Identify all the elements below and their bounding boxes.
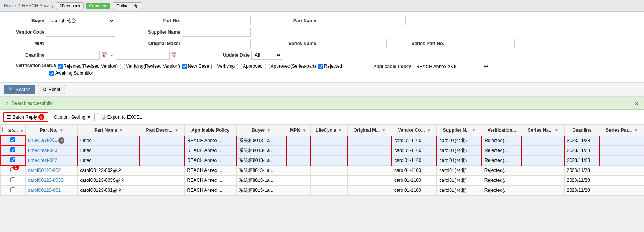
batch-reply-button[interactable]: ☰ Batch Reply 0: [4, 113, 48, 121]
row-lifecycle: [310, 136, 348, 145]
part-no-link[interactable]: umec test-001: [28, 137, 57, 143]
col-original-maker: Original M... ▼: [348, 125, 392, 136]
cb-awaiting[interactable]: [49, 71, 54, 76]
row-checkbox[interactable]: [10, 177, 15, 182]
series-part-no-input[interactable]: [446, 39, 515, 48]
cb-verifying[interactable]: [211, 64, 216, 69]
update-date-select[interactable]: All Today This Week This Month: [251, 51, 282, 60]
buyer-label: Buyer: [6, 18, 44, 23]
custom-setting-button[interactable]: Custom Setting ▼: [51, 113, 95, 121]
cb-rejected-revised[interactable]: [58, 64, 63, 69]
col-original-maker-filter-icon[interactable]: ▼: [382, 128, 386, 132]
col-select-filter-icon[interactable]: ▼: [20, 129, 24, 133]
series-name-input[interactable]: [318, 39, 387, 48]
row-buyer: 系统柜8013-La...: [236, 175, 286, 185]
vendor-code-input[interactable]: [46, 28, 115, 37]
select-all-checkbox[interactable]: [2, 127, 7, 132]
row-series-name: [522, 136, 564, 145]
reset-icon: ↺: [43, 87, 47, 92]
table-row: 1carolC0123-002carolC0123-002品名REACH Ann…: [0, 165, 644, 175]
part-no-link[interactable]: carolC0123-002: [28, 168, 61, 173]
buyer-select[interactable]: Lab light站台: [46, 16, 115, 25]
table-row: umec test-0012umecREACH Annex ...系统柜8013…: [0, 136, 644, 145]
part-no-link[interactable]: umec test-002: [28, 158, 57, 163]
row-series-name: [522, 145, 564, 155]
part-name-input[interactable]: [318, 16, 406, 25]
row-original-maker: [348, 185, 392, 195]
cb-approved-label[interactable]: Approved: [237, 64, 262, 69]
col-vendor-code-filter-icon[interactable]: ▼: [427, 128, 431, 132]
col-series-part-filter-icon[interactable]: ▼: [634, 128, 638, 132]
row-checkbox[interactable]: [10, 137, 15, 142]
original-maker-label: Original Maker: [142, 41, 180, 46]
search-button[interactable]: 🔍 Search: [4, 85, 35, 94]
cb-verifying-revised[interactable]: [120, 64, 125, 69]
part-no-link[interactable]: umec test-003: [28, 148, 57, 153]
cb-rejected-label[interactable]: Rejected: [318, 64, 342, 69]
part-no-link[interactable]: carolC0123-001: [28, 188, 61, 193]
mpn-input[interactable]: [46, 39, 115, 48]
cb-awaiting-label[interactable]: Awaiting Submition: [49, 70, 94, 76]
action-bar: ☰ Batch Reply 0 Custom Setting ▼ 📊 Expor…: [0, 110, 644, 125]
update-date-label: Update Date: [211, 52, 250, 58]
row-checkbox[interactable]: [10, 147, 15, 152]
col-lifecycle-filter-icon[interactable]: ▼: [338, 128, 342, 132]
row-part-no: umec test-0012: [25, 136, 77, 145]
col-part-no-filter-icon[interactable]: ▼: [59, 128, 63, 132]
part-no-link[interactable]: carolC0123-003S: [28, 178, 64, 183]
check-icon: ✓: [5, 101, 9, 106]
comment-button[interactable]: Comment: [86, 3, 110, 9]
row-lifecycle: [310, 175, 348, 185]
row-mpn: [286, 175, 310, 185]
cb-approved-series-label[interactable]: Approved(Series-part): [265, 64, 316, 69]
deadline-end-input[interactable]: [116, 51, 170, 60]
row-vendor-code: carol01-1100: [392, 165, 436, 175]
row-part-name: carolC0123-001品名: [77, 185, 140, 195]
cb-approved[interactable]: [237, 64, 242, 69]
home-link[interactable]: Home: [4, 3, 16, 8]
cb-rejected[interactable]: [318, 64, 323, 69]
col-part-name-filter-icon[interactable]: ▼: [119, 128, 123, 132]
row-buyer: 系统柜8013-La...: [236, 155, 286, 165]
supplier-name-input[interactable]: [182, 28, 251, 37]
cb-verifying-label[interactable]: Verifying: [211, 64, 235, 69]
row-supplier-name: carol01(台北): [437, 155, 482, 165]
feedback-button[interactable]: ?Feedback: [56, 2, 84, 9]
close-success-button[interactable]: ✕: [634, 100, 639, 106]
supplier-name-label: Supplier Name: [142, 29, 180, 35]
table-row: carolC0123-003ScarolC0123-003S品名REACH An…: [0, 175, 644, 185]
deadline-label: Deadline: [6, 52, 44, 58]
cb-verifying-revised-label[interactable]: Verifying(Revised Version): [120, 64, 180, 69]
row-series-part: [600, 175, 644, 185]
cb-approved-series[interactable]: [265, 64, 270, 69]
col-supplier-name-filter-icon[interactable]: ▼: [472, 128, 476, 132]
deadline-calendar-end-icon[interactable]: 📅: [171, 52, 177, 58]
col-part-desc-filter-icon[interactable]: ▼: [175, 128, 178, 132]
original-maker-input[interactable]: [182, 39, 251, 48]
row-part-desc: [140, 175, 184, 185]
col-series-name-filter-icon[interactable]: ▼: [555, 128, 558, 132]
cb-new-case-label[interactable]: New Case: [182, 64, 209, 69]
col-buyer-filter-icon[interactable]: ▼: [267, 128, 271, 132]
deadline-start-input[interactable]: [46, 51, 100, 60]
row-mpn: [286, 136, 310, 145]
reset-button[interactable]: ↺ Reset: [38, 85, 65, 94]
online-help-button[interactable]: Online Help: [113, 2, 142, 9]
col-supplier-name: Supplier N... ▼: [437, 125, 482, 136]
applicable-policy-select[interactable]: REACH Annex XVII RoHS SVHC: [413, 62, 489, 71]
row-original-maker: [348, 165, 392, 175]
row-checkbox[interactable]: [10, 157, 15, 162]
row-vendor-code: carol01-1100: [392, 185, 436, 195]
col-mpn-filter-icon[interactable]: ▼: [302, 128, 306, 132]
col-applicable-policy: Applicable Policy: [184, 125, 236, 136]
export-excel-button[interactable]: 📊 Export to EXCEL: [97, 113, 146, 121]
data-table: Se... ▼ Part No. ▼ Part Name ▼ Part Desc…: [0, 125, 644, 196]
row-series-name: [522, 185, 564, 195]
row-checkbox[interactable]: [10, 187, 15, 192]
deadline-calendar-start-icon[interactable]: 📅: [101, 52, 107, 58]
cb-rejected-revised-label[interactable]: Rejected(Revised Version): [58, 64, 118, 69]
cb-new-case[interactable]: [182, 64, 187, 69]
row-mpn: [286, 185, 310, 195]
part-no-input[interactable]: [182, 16, 251, 25]
row-verification: Rejected(...: [482, 145, 522, 155]
